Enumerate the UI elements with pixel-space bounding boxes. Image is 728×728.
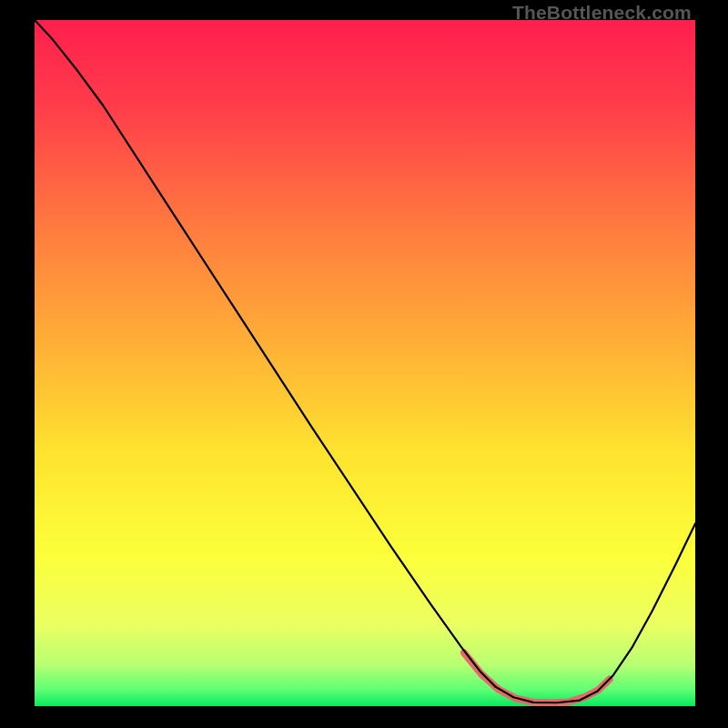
bottleneck-curve-line bbox=[35, 20, 695, 703]
outer-frame: TheBottleneck.com bbox=[0, 0, 728, 728]
plot-area bbox=[35, 20, 695, 706]
watermark: TheBottleneck.com bbox=[512, 2, 692, 24]
curve-layer bbox=[35, 20, 695, 706]
